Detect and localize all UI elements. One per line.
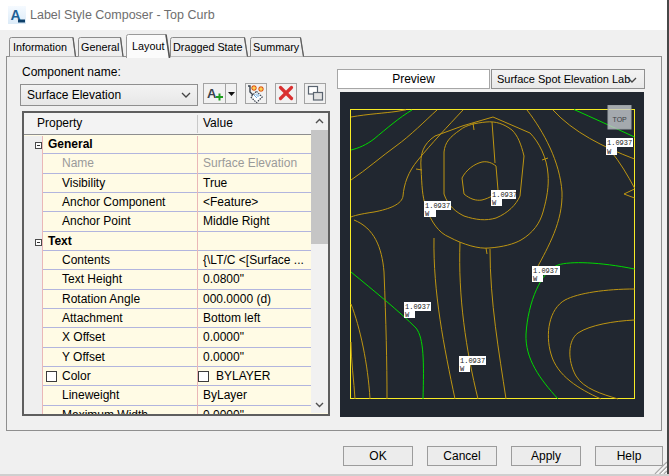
svg-text:Dragged State: Dragged State [173, 41, 243, 53]
svg-text:1.0937: 1.0937 [405, 303, 430, 311]
svg-text:General: General [81, 41, 119, 53]
svg-text:A: A [207, 86, 217, 101]
svg-text:TOP: TOP [613, 116, 628, 123]
svg-text:1.0937: 1.0937 [533, 267, 558, 275]
svg-text:Information: Information [13, 41, 67, 53]
svg-text:1.0937: 1.0937 [425, 202, 450, 210]
svg-text:Summary: Summary [253, 41, 300, 53]
svg-text:1.0937: 1.0937 [460, 357, 485, 365]
svg-text:Layout: Layout [132, 40, 164, 52]
svg-text:1.0937: 1.0937 [492, 191, 517, 199]
svg-text:1.0937: 1.0937 [607, 139, 632, 147]
